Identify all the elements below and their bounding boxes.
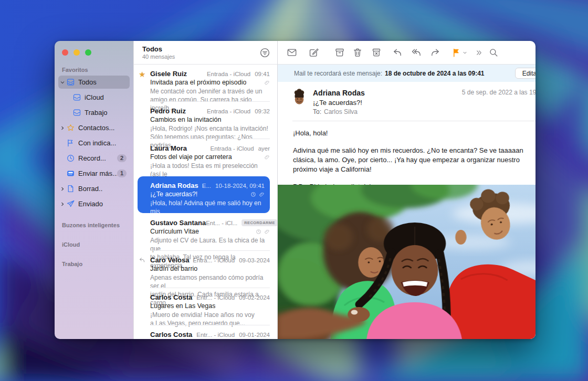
zoom-window-button[interactable] [85,49,91,56]
close-window-button[interactable] [62,49,68,56]
message-list-pane: Todos 40 mensajes ★ Gisele RuizEntrada -… [133,41,277,339]
compose-button[interactable] [309,46,319,59]
reply-all-icon [411,47,422,58]
message-row-gisele[interactable]: ★ Gisele RuizEntrada - iCloud09:41 Invit… [134,65,277,102]
trash-icon [352,47,363,58]
message-rows: ★ Gisele RuizEntrada - iCloud09:41 Invit… [134,65,277,339]
paperclip-icon [259,192,265,197]
sidebar-item-trabajo-inbox[interactable]: Trabajo [65,106,130,119]
replied-arrow-icon [139,257,145,263]
message-datetime: 5 de sep. de 2022 a las 19:42 [462,89,536,96]
flag-icon [452,48,461,58]
reply-icon [392,47,403,58]
search-icon [489,48,498,57]
message-row-adriana-selected[interactable]: Adriana RodasE...10-18-2024, 09:41 ¡¿Te … [138,176,270,213]
archive-button[interactable] [334,46,345,59]
double-chevron-icon [476,49,482,56]
recipient-name[interactable]: Carlos Silva [324,108,358,115]
reminder-datetime: 18 de octubre de 2024 a las 09:41 [385,70,484,77]
mailbox-sidebar: Favoritos Todos iCloud Trabajo [55,41,133,339]
all-inboxes-icon [66,78,75,87]
chevron-right-icon[interactable] [58,186,66,192]
vip-star-icon [66,123,75,132]
sidebar-item-enviar-mas-tarde[interactable]: Enviar más... 1 [58,167,130,180]
minimize-window-button[interactable] [74,49,80,56]
inbox-icon [72,93,81,102]
reply-all-button[interactable] [411,46,422,59]
forward-button[interactable] [430,46,440,59]
paperclip-icon [264,229,270,235]
sidebar-item-con-indicador[interactable]: Con indica... [58,136,130,150]
paperclip-icon [264,154,270,160]
flag-star-icon: ★ [139,70,145,78]
message-row-carlos-2[interactable]: Carlos CostaEntr... - iCloud09-01-2024 [134,325,277,339]
message-view-pane: Mail te recordará este mensaje: 18 de oc… [277,41,536,339]
send-later-icon [66,169,75,178]
message-row-pedro[interactable]: Pedro RuizEntrada - iCloud09:32 Cambios … [134,102,277,139]
message-count: 40 mensajes [142,54,271,60]
sidebar-item-contactos[interactable]: Contactos... [58,121,130,134]
sidebar-section-favorites: Favoritos [55,67,133,76]
edit-reminder-button[interactable]: Editar [515,68,536,79]
count-badge: 1 [117,170,127,177]
flag-icon [66,139,75,147]
search-button[interactable] [489,46,498,59]
reply-button[interactable] [392,46,403,59]
recipient-line: To:Carlos Silva [313,108,462,115]
paperplane-icon [66,199,75,208]
sidebar-item-icloud-inbox[interactable]: iCloud [65,91,130,104]
unread-count-badge: 2 [117,154,127,162]
body-paragraph: ¡Hola, hola! [293,129,536,138]
junk-icon [371,47,382,58]
chevron-right-icon[interactable] [58,125,66,131]
message-row-laura[interactable]: Laura MoraEntrada - iCloudayer Fotos del… [134,139,277,176]
sidebar-item-borradores[interactable]: Borrad.. [58,182,130,195]
sidebar-item-recordatorios[interactable]: Record... 2 [58,152,130,165]
mail-window: Favoritos Todos iCloud Trabajo [55,41,536,339]
junk-button[interactable] [371,46,382,59]
body-paragraph: Adivina qué me salió hoy en mis recuerdo… [293,146,536,174]
sidebar-section-trabajo[interactable]: Trabajo [55,261,133,270]
sidebar-item-enviado[interactable]: Enviado [58,197,130,210]
archive-icon [334,47,345,58]
compose-icon [309,47,319,58]
mail-icon [287,47,297,58]
sidebar-section-smart-mailboxes[interactable]: Buzones inteligentes [55,222,133,231]
reminder-clock-icon [250,192,256,197]
message-subject: ¡¿Te acuerdas?! [313,99,462,107]
filter-button[interactable] [259,47,271,58]
message-row-caro[interactable]: Caro VelosaEntra... - iCloud09-03-2024 J… [134,251,277,288]
mailbox-title: Todos [142,45,271,53]
recordarme-badge: RECORDARME [242,219,277,226]
sender-name: Adriana Rodas [313,89,462,97]
message-header: Adriana Rodas ¡¿Te acuerdas?! To:Carlos … [278,82,536,121]
message-row-gustavo[interactable]: Gustavo SantanaEnt... - iCl...RECORDARME… [134,214,277,251]
delete-button[interactable] [352,46,363,59]
desktop: Favoritos Todos iCloud Trabajo [0,0,588,381]
forward-icon [430,47,440,58]
sidebar-section-icloud[interactable]: iCloud [55,241,133,250]
mail-toolbar [278,41,536,65]
reminder-clock-icon [256,229,261,235]
flag-button[interactable] [450,46,469,59]
message-meta: 5 de sep. de 2022 a las 19:42 [462,89,536,115]
unread-button[interactable] [287,46,297,59]
message-list-header: Todos 40 mensajes [134,41,277,65]
attachment-photo[interactable] [278,185,536,339]
sender-avatar[interactable] [290,89,308,107]
filter-icon [259,47,270,58]
more-toolbar-items-button[interactable] [476,46,482,59]
chevron-down-icon[interactable] [58,80,66,85]
sidebar-list: Favoritos Todos iCloud Trabajo [55,67,133,270]
clock-icon [66,154,75,163]
chevron-right-icon[interactable] [58,202,66,207]
inbox-icon [72,108,81,117]
paperclip-icon [264,80,270,86]
sidebar-item-todos[interactable]: Todos [58,76,130,89]
reminder-banner: Mail te recordará este mensaje: 18 de oc… [278,65,536,82]
window-controls [55,41,133,56]
message-row-carlos-1[interactable]: Carlos CostaEntr... - iCloud09-02-2024 L… [134,288,277,325]
reminder-text: Mail te recordará este mensaje: [294,70,382,77]
draft-document-icon [66,184,75,193]
chevron-down-icon [463,50,467,55]
